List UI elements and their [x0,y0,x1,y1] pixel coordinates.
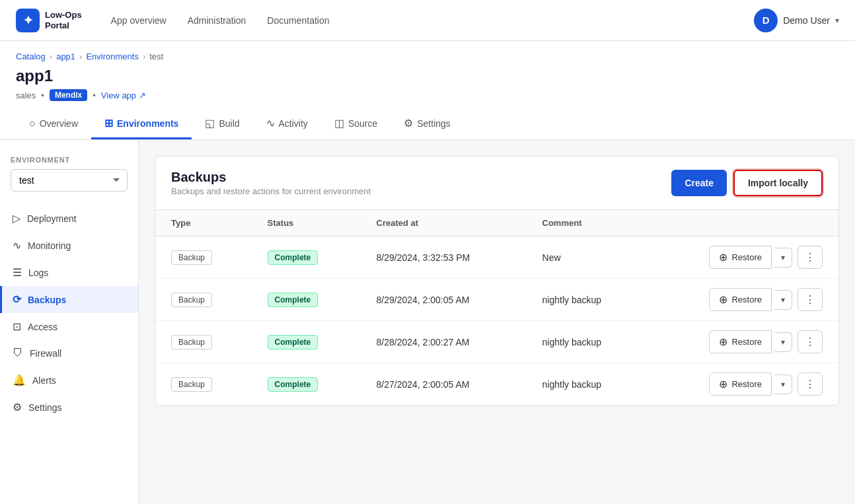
restore-button[interactable]: ⊕ Restore [709,246,772,269]
row-actions: ⊕ Restore ▾ ⋮ [662,288,823,311]
environment-select[interactable]: test production staging [11,169,128,192]
backups-card: Backups Backups and restore actions for … [155,156,839,406]
cell-type: Backup [155,279,252,321]
backups-icon: ⟳ [13,293,21,306]
cell-comment: New [527,236,647,279]
restore-icon: ⊕ [719,293,727,306]
nav-administration[interactable]: Administration [180,10,254,31]
more-options-button[interactable]: ⋮ [798,288,823,311]
type-badge: Backup [171,335,212,349]
view-app-link[interactable]: View app ↗ [101,90,146,100]
logo-text: Low-Ops Portal [45,10,82,30]
more-options-button[interactable]: ⋮ [798,373,823,396]
tab-environments-label: Environments [117,118,178,129]
activity-icon: ∿ [266,117,275,129]
restore-button[interactable]: ⊕ Restore [709,373,772,396]
restore-dropdown-button[interactable]: ▾ [774,290,792,310]
restore-button[interactable]: ⊕ Restore [709,288,772,311]
cell-created-at: 8/27/2024, 2:00:05 AM [361,363,527,406]
row-actions: ⊕ Restore ▾ ⋮ [662,330,823,353]
page-meta: sales • Mendix • View app ↗ [16,89,839,101]
col-actions [646,210,838,236]
tab-activity[interactable]: ∿ Activity [253,109,321,139]
external-link-icon: ↗ [139,90,146,100]
sidebar-item-backups[interactable]: ⟳ Backups [0,286,138,313]
cell-comment: nightly backup [527,279,647,321]
table-header: Type Status Created at Comment [155,210,838,236]
nav-app-overview[interactable]: App overview [103,10,174,31]
tab-overview[interactable]: ○ Overview [16,109,91,139]
tab-source[interactable]: ◫ Source [321,109,390,139]
row-actions: ⊕ Restore ▾ ⋮ [662,373,823,396]
status-badge: Complete [268,335,318,349]
table-body: Backup Complete 8/29/2024, 3:32:53 PM Ne… [155,236,838,406]
restore-label: Restore [731,295,762,305]
page-title: app1 [16,67,839,85]
restore-dropdown-button[interactable]: ▾ [774,248,792,268]
breadcrumb-catalog[interactable]: Catalog [16,52,46,61]
monitoring-icon: ∿ [13,239,21,252]
sidebar-item-deployment[interactable]: ▷ Deployment [0,205,138,232]
nav-documentation[interactable]: Documentation [259,10,337,31]
breadcrumb-environments[interactable]: Environments [86,52,138,61]
type-badge: Backup [171,377,212,392]
more-options-button[interactable]: ⋮ [798,246,823,269]
cell-status: Complete [252,321,361,363]
type-badge: Backup [171,250,212,265]
user-name: Demo User [783,15,830,26]
cell-status: Complete [252,279,361,321]
type-badge: Backup [171,293,212,307]
deployment-icon: ▷ [13,212,20,225]
sidebar-item-settings[interactable]: ⚙ Settings [0,394,138,421]
col-status: Status [252,210,361,236]
sidebar-item-label: Monitoring [28,240,71,251]
restore-button[interactable]: ⊕ Restore [709,330,772,353]
tab-build-label: Build [219,118,239,129]
firewall-icon: ⛉ [13,347,23,359]
user-menu[interactable]: D Demo User ▾ [754,9,839,32]
cell-actions: ⊕ Restore ▾ ⋮ [646,279,838,321]
tab-overview-label: Overview [40,118,78,129]
app-logo[interactable]: ✦ Low-Ops Portal [16,9,82,32]
import-locally-button[interactable]: Import locally [733,170,823,196]
sidebar-item-label: Deployment [27,213,77,224]
restore-dropdown-button[interactable]: ▾ [774,332,792,352]
logs-icon: ☰ [13,266,22,279]
sidebar-item-label: Settings [28,402,62,413]
environment-label: ENVIRONMENT [11,156,128,164]
sidebar-item-monitoring[interactable]: ∿ Monitoring [0,232,138,259]
breadcrumb-current: test [149,52,163,61]
restore-icon: ⊕ [719,251,727,264]
alerts-icon: 🔔 [13,374,26,386]
sidebar-item-logs[interactable]: ☰ Logs [0,259,138,286]
main-content: Backups Backups and restore actions for … [139,140,855,504]
tab-settings[interactable]: ⚙ Settings [390,109,464,139]
restore-label: Restore [731,379,762,389]
tab-settings-label: Settings [417,118,451,129]
sidebar-item-firewall[interactable]: ⛉ Firewall [0,340,138,367]
tab-source-label: Source [348,118,377,129]
sidebar-navigation: ▷ Deployment ∿ Monitoring ☰ Logs ⟳ Backu… [0,205,138,421]
backups-table: Type Status Created at Comment Backup Co… [155,210,838,405]
cell-created-at: 8/29/2024, 2:00:05 AM [361,279,527,321]
table-row: Backup Complete 8/27/2024, 2:00:05 AM ni… [155,363,838,406]
tab-environments[interactable]: ⊞ Environments [91,109,192,139]
logo-icon: ✦ [16,9,40,32]
breadcrumb-sep-2: › [79,52,82,61]
backups-header: Backups Backups and restore actions for … [155,157,838,210]
tab-build[interactable]: ◱ Build [192,109,252,139]
environments-icon: ⊞ [104,117,113,129]
meta-dot-2: • [93,90,96,100]
sidebar-item-alerts[interactable]: 🔔 Alerts [0,367,138,394]
restore-dropdown-button[interactable]: ▾ [774,375,792,394]
create-button[interactable]: Create [671,170,727,196]
breadcrumb-app1[interactable]: app1 [56,52,75,61]
cell-status: Complete [252,363,361,406]
more-options-button[interactable]: ⋮ [798,330,823,353]
environment-section: ENVIRONMENT test production staging [0,156,138,205]
backups-title-area: Backups Backups and restore actions for … [171,170,371,196]
sidebar-item-access[interactable]: ⊡ Access [0,313,138,340]
backups-actions: Create Import locally [671,170,823,196]
meta-sales: sales [16,90,36,100]
status-badge: Complete [268,250,318,265]
